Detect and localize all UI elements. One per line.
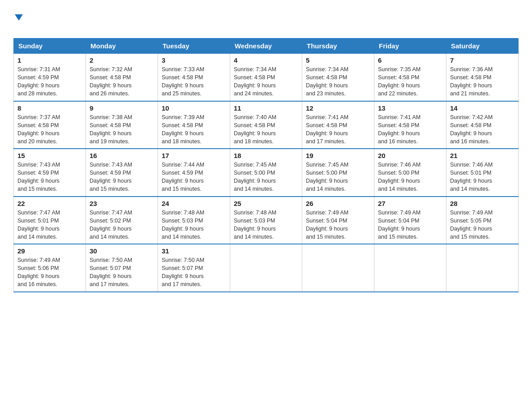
calendar-cell (302, 244, 374, 292)
day-info: Sunrise: 7:43 AM Sunset: 4:59 PM Dayligh… (90, 161, 154, 193)
calendar-cell: 27 Sunrise: 7:49 AM Sunset: 5:04 PM Dayl… (374, 197, 446, 244)
day-info: Sunrise: 7:45 AM Sunset: 5:00 PM Dayligh… (234, 161, 298, 193)
calendar-cell: 22 Sunrise: 7:47 AM Sunset: 5:01 PM Dayl… (14, 197, 86, 244)
day-info: Sunrise: 7:33 AM Sunset: 4:58 PM Dayligh… (162, 65, 226, 98)
day-info: Sunrise: 7:47 AM Sunset: 5:02 PM Dayligh… (90, 209, 154, 241)
col-header-saturday: Saturday (446, 39, 519, 54)
day-info: Sunrise: 7:47 AM Sunset: 5:01 PM Dayligh… (17, 209, 82, 241)
day-number: 6 (378, 56, 442, 64)
calendar-cell: 9 Sunrise: 7:38 AM Sunset: 4:58 PM Dayli… (86, 101, 158, 149)
calendar-cell (230, 244, 302, 292)
day-info: Sunrise: 7:34 AM Sunset: 4:58 PM Dayligh… (306, 65, 370, 98)
calendar-week-row: 22 Sunrise: 7:47 AM Sunset: 5:01 PM Dayl… (14, 197, 519, 244)
day-number: 11 (234, 104, 298, 112)
day-info: Sunrise: 7:50 AM Sunset: 5:07 PM Dayligh… (90, 256, 154, 289)
calendar-cell: 8 Sunrise: 7:37 AM Sunset: 4:58 PM Dayli… (14, 101, 86, 149)
calendar-cell: 11 Sunrise: 7:40 AM Sunset: 4:58 PM Dayl… (230, 101, 302, 149)
day-number: 10 (162, 104, 226, 112)
calendar-cell: 23 Sunrise: 7:47 AM Sunset: 5:02 PM Dayl… (86, 197, 158, 244)
calendar-cell: 28 Sunrise: 7:49 AM Sunset: 5:05 PM Dayl… (446, 197, 519, 244)
calendar-cell: 15 Sunrise: 7:43 AM Sunset: 4:59 PM Dayl… (14, 149, 86, 197)
calendar-cell (446, 244, 519, 292)
day-info: Sunrise: 7:43 AM Sunset: 4:59 PM Dayligh… (17, 161, 82, 193)
day-info: Sunrise: 7:49 AM Sunset: 5:05 PM Dayligh… (450, 209, 515, 241)
day-info: Sunrise: 7:32 AM Sunset: 4:58 PM Dayligh… (90, 65, 154, 98)
day-info: Sunrise: 7:40 AM Sunset: 4:58 PM Dayligh… (234, 113, 298, 146)
calendar-cell: 17 Sunrise: 7:44 AM Sunset: 4:59 PM Dayl… (158, 149, 230, 197)
day-number: 18 (234, 152, 298, 159)
col-header-sunday: Sunday (14, 39, 86, 54)
col-header-tuesday: Tuesday (158, 39, 230, 54)
day-number: 16 (90, 152, 154, 159)
day-number: 28 (450, 200, 515, 207)
calendar-cell: 14 Sunrise: 7:42 AM Sunset: 4:58 PM Dayl… (446, 101, 519, 149)
day-number: 1 (17, 56, 82, 64)
day-info: Sunrise: 7:48 AM Sunset: 5:03 PM Dayligh… (234, 209, 298, 241)
day-number: 25 (234, 200, 298, 207)
calendar-cell: 26 Sunrise: 7:49 AM Sunset: 5:04 PM Dayl… (302, 197, 374, 244)
logo-triangle-icon (15, 14, 23, 21)
calendar-header-row: SundayMondayTuesdayWednesdayThursdayFrid… (14, 39, 519, 54)
calendar-cell: 31 Sunrise: 7:50 AM Sunset: 5:07 PM Dayl… (158, 244, 230, 292)
calendar-cell: 19 Sunrise: 7:45 AM Sunset: 5:00 PM Dayl… (302, 149, 374, 197)
day-info: Sunrise: 7:37 AM Sunset: 4:58 PM Dayligh… (17, 113, 82, 146)
calendar-cell: 25 Sunrise: 7:48 AM Sunset: 5:03 PM Dayl… (230, 197, 302, 244)
day-info: Sunrise: 7:42 AM Sunset: 4:58 PM Dayligh… (450, 113, 515, 146)
day-info: Sunrise: 7:36 AM Sunset: 4:58 PM Dayligh… (450, 65, 515, 98)
day-number: 15 (17, 152, 82, 159)
calendar-cell: 6 Sunrise: 7:35 AM Sunset: 4:58 PM Dayli… (374, 54, 446, 101)
calendar-table: SundayMondayTuesdayWednesdayThursdayFrid… (13, 38, 519, 292)
day-number: 12 (306, 104, 370, 112)
day-info: Sunrise: 7:41 AM Sunset: 4:58 PM Dayligh… (378, 113, 442, 146)
day-number: 14 (450, 104, 515, 112)
logo (13, 13, 23, 34)
day-number: 3 (162, 56, 226, 64)
calendar-cell: 21 Sunrise: 7:46 AM Sunset: 5:01 PM Dayl… (446, 149, 519, 197)
day-number: 8 (17, 104, 82, 112)
calendar-cell: 12 Sunrise: 7:41 AM Sunset: 4:58 PM Dayl… (302, 101, 374, 149)
calendar-cell: 7 Sunrise: 7:36 AM Sunset: 4:58 PM Dayli… (446, 54, 519, 101)
day-info: Sunrise: 7:35 AM Sunset: 4:58 PM Dayligh… (378, 65, 442, 98)
day-number: 4 (234, 56, 298, 64)
day-number: 27 (378, 200, 442, 207)
day-info: Sunrise: 7:39 AM Sunset: 4:58 PM Dayligh… (162, 113, 226, 146)
calendar-cell: 29 Sunrise: 7:49 AM Sunset: 5:06 PM Dayl… (14, 244, 86, 292)
day-number: 2 (90, 56, 154, 64)
day-number: 20 (378, 152, 442, 159)
day-info: Sunrise: 7:38 AM Sunset: 4:58 PM Dayligh… (90, 113, 154, 146)
day-number: 21 (450, 152, 515, 159)
calendar-cell: 1 Sunrise: 7:31 AM Sunset: 4:59 PM Dayli… (14, 54, 86, 101)
day-number: 26 (306, 200, 370, 207)
day-number: 19 (306, 152, 370, 159)
calendar-week-row: 29 Sunrise: 7:49 AM Sunset: 5:06 PM Dayl… (14, 244, 519, 292)
day-number: 30 (90, 247, 154, 255)
col-header-thursday: Thursday (302, 39, 374, 54)
calendar-cell: 20 Sunrise: 7:46 AM Sunset: 5:00 PM Dayl… (374, 149, 446, 197)
calendar-week-row: 15 Sunrise: 7:43 AM Sunset: 4:59 PM Dayl… (14, 149, 519, 197)
day-info: Sunrise: 7:46 AM Sunset: 5:00 PM Dayligh… (378, 161, 442, 193)
calendar-cell: 18 Sunrise: 7:45 AM Sunset: 5:00 PM Dayl… (230, 149, 302, 197)
calendar-week-row: 8 Sunrise: 7:37 AM Sunset: 4:58 PM Dayli… (14, 101, 519, 149)
day-info: Sunrise: 7:46 AM Sunset: 5:01 PM Dayligh… (450, 161, 515, 193)
calendar-cell: 30 Sunrise: 7:50 AM Sunset: 5:07 PM Dayl… (86, 244, 158, 292)
calendar-cell: 3 Sunrise: 7:33 AM Sunset: 4:58 PM Dayli… (158, 54, 230, 101)
day-number: 5 (306, 56, 370, 64)
calendar-cell: 5 Sunrise: 7:34 AM Sunset: 4:58 PM Dayli… (302, 54, 374, 101)
calendar-cell: 13 Sunrise: 7:41 AM Sunset: 4:58 PM Dayl… (374, 101, 446, 149)
day-number: 23 (90, 200, 154, 207)
day-number: 7 (450, 56, 515, 64)
day-info: Sunrise: 7:49 AM Sunset: 5:06 PM Dayligh… (17, 256, 82, 289)
calendar-week-row: 1 Sunrise: 7:31 AM Sunset: 4:59 PM Dayli… (14, 54, 519, 101)
page-header (13, 9, 519, 34)
day-info: Sunrise: 7:45 AM Sunset: 5:00 PM Dayligh… (306, 161, 370, 193)
calendar-cell: 24 Sunrise: 7:48 AM Sunset: 5:03 PM Dayl… (158, 197, 230, 244)
calendar-cell: 2 Sunrise: 7:32 AM Sunset: 4:58 PM Dayli… (86, 54, 158, 101)
day-number: 9 (90, 104, 154, 112)
col-header-wednesday: Wednesday (230, 39, 302, 54)
calendar-cell: 16 Sunrise: 7:43 AM Sunset: 4:59 PM Dayl… (86, 149, 158, 197)
day-number: 29 (17, 247, 82, 255)
day-info: Sunrise: 7:49 AM Sunset: 5:04 PM Dayligh… (306, 209, 370, 241)
day-info: Sunrise: 7:34 AM Sunset: 4:58 PM Dayligh… (234, 65, 298, 98)
day-info: Sunrise: 7:48 AM Sunset: 5:03 PM Dayligh… (162, 209, 226, 241)
calendar-cell (374, 244, 446, 292)
